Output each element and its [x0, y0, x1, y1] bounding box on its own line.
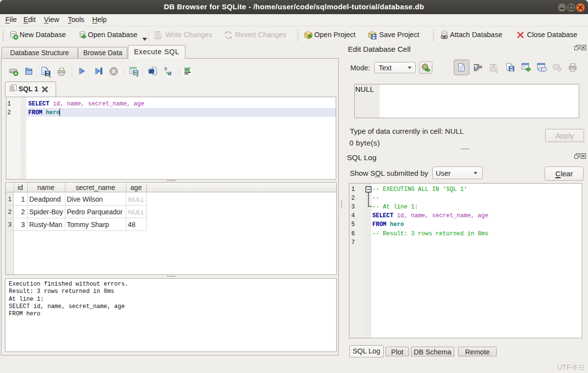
svg-text:a: a	[168, 69, 172, 76]
svg-text:b: b	[164, 66, 167, 71]
